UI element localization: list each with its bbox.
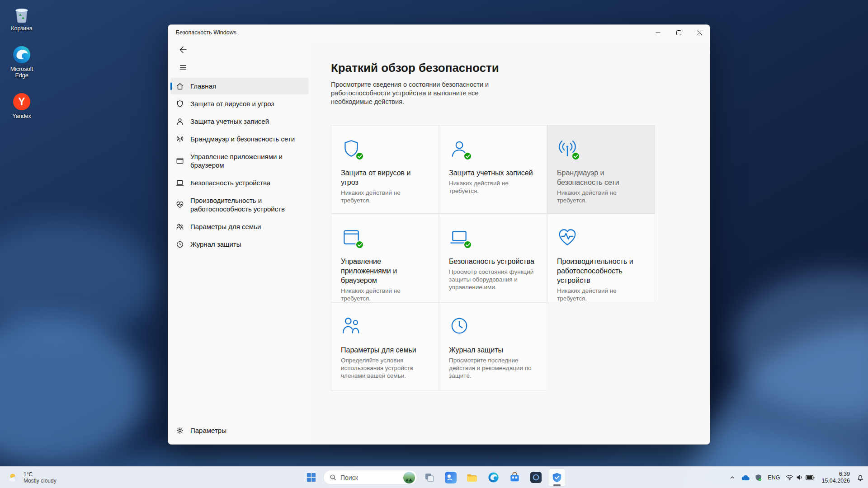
sidebar-item-label: Главная	[190, 82, 216, 90]
tile-protection-history[interactable]: Журнал защиты Просмотрите последние дейс…	[439, 302, 547, 391]
weather-text: 1°C Mostly cloudy	[24, 471, 57, 484]
widgets-button[interactable]	[442, 469, 460, 487]
back-button[interactable]	[175, 43, 191, 56]
sidebar-item-label: Защита от вирусов и угроз	[190, 99, 274, 108]
svg-text:Y: Y	[18, 96, 25, 108]
desktop-icon-label: Корзина	[11, 25, 33, 32]
laptop-check-icon	[449, 227, 470, 248]
desktop-icon-edge[interactable]: Microsoft Edge	[4, 43, 40, 80]
family-icon	[341, 315, 362, 336]
tile-desc: Просмотр состояния функций защиты оборуд…	[449, 268, 538, 291]
sidebar-spacer	[168, 253, 311, 422]
tile-desc: Никаких действий не требуется.	[557, 287, 646, 302]
store-button[interactable]	[505, 469, 524, 487]
clock-widget[interactable]: 6:39 15.04.2026	[817, 471, 854, 484]
tile-title: Параметры для семьи	[341, 345, 429, 355]
home-icon	[176, 82, 184, 90]
task-view-button[interactable]	[420, 469, 439, 487]
start-button[interactable]	[302, 469, 320, 487]
weather-condition: Mostly cloudy	[24, 478, 57, 484]
app-button[interactable]	[527, 469, 545, 487]
desktop-icon-label: Microsoft Edge	[5, 66, 39, 79]
tile-desc: Никаких действий не требуется.	[341, 189, 429, 204]
status-check-icon	[355, 152, 364, 160]
taskbar: 1°C Mostly cloudy Поиск	[0, 466, 868, 488]
network-check-icon	[557, 138, 578, 159]
active-app-indicator	[553, 484, 561, 486]
desktop-icon-label: Yandex	[12, 113, 31, 119]
tile-firewall[interactable]: Брандмауэр и безопасность сети Никаких д…	[547, 125, 655, 214]
tile-title: Защита от вирусов и угроз	[341, 168, 429, 187]
sidebar-item-label: Параметры для семьи	[190, 222, 261, 231]
sidebar-item-label: Защита учетных записей	[190, 117, 269, 126]
window-titlebar[interactable]: Безопасность Windows	[168, 25, 710, 40]
sidebar-item-app-browser-control[interactable]: Управление приложениями и браузером	[170, 148, 309, 174]
search-daily-image[interactable]	[403, 472, 415, 483]
status-check-icon	[355, 240, 364, 249]
sidebar-item-label: Безопасность устройства	[190, 178, 270, 187]
sidebar-item-account-protection[interactable]: Защита учетных записей	[170, 113, 309, 130]
shield-icon	[176, 100, 184, 108]
battery-icon	[806, 475, 815, 480]
edge-button[interactable]	[484, 469, 502, 487]
windows-security-button[interactable]	[548, 469, 566, 487]
system-tray: ENG 6:39 15.04.2026	[726, 467, 866, 488]
apps-icon	[176, 157, 184, 165]
tile-device-security[interactable]: Безопасность устройства Просмотр состоян…	[439, 214, 547, 302]
page-title: Краткий обзор безопасности	[331, 61, 710, 75]
tray-chevron-up-icon[interactable]	[726, 469, 738, 487]
tile-device-performance[interactable]: Производительность и работоспособность у…	[547, 214, 655, 302]
sidebar-item-label: Брандмауэр и безопасность сети	[190, 135, 295, 143]
windows-security-window: Безопасность Windows	[168, 24, 710, 445]
desktop-icon-yandex[interactable]: Y Yandex	[4, 90, 40, 121]
window-title: Безопасность Windows	[168, 29, 236, 36]
sidebar-item-protection-history[interactable]: Журнал защиты	[170, 236, 309, 253]
search-input[interactable]: Поиск	[323, 470, 417, 485]
person-icon	[176, 117, 184, 126]
close-button[interactable]	[689, 25, 710, 40]
sidebar-nav: Главная Защита от вирусов и угроз Защита…	[168, 78, 311, 253]
weather-widget[interactable]: 1°C Mostly cloudy	[5, 469, 60, 487]
sidebar: Главная Защита от вирусов и угроз Защита…	[168, 40, 311, 444]
quick-settings[interactable]	[783, 469, 817, 487]
search-icon	[330, 474, 336, 481]
sidebar-item-device-security[interactable]: Безопасность устройства	[170, 174, 309, 191]
tray-cloud-icon[interactable]	[739, 469, 752, 487]
tile-title: Безопасность устройства	[449, 257, 538, 266]
language-indicator[interactable]: ENG	[764, 469, 783, 487]
desktop-icon-recycle-bin[interactable]: Корзина	[4, 4, 40, 33]
search-placeholder: Поиск	[340, 474, 399, 481]
sidebar-item-firewall[interactable]: Брандмауэр и безопасность сети	[170, 131, 309, 147]
sidebar-item-device-performance[interactable]: Производительность и работоспособность у…	[170, 192, 309, 217]
page-subtitle: Просмотрите сведения о состоянии безопас…	[331, 80, 512, 106]
menu-button[interactable]	[175, 61, 191, 74]
wifi-icon	[786, 474, 793, 480]
tile-family-options[interactable]: Параметры для семьи Определяйте условия …	[331, 302, 439, 391]
window-body: Главная Защита от вирусов и угроз Защита…	[168, 40, 710, 444]
status-check-icon	[463, 152, 472, 160]
status-check-icon	[571, 152, 580, 160]
tile-title: Журнал защиты	[449, 345, 538, 355]
sidebar-item-home[interactable]: Главная	[170, 78, 309, 94]
tile-app-browser-control[interactable]: Управление приложениями и браузером Ника…	[331, 214, 439, 302]
tile-title: Брандмауэр и безопасность сети	[557, 168, 646, 187]
history-clock-icon	[449, 315, 470, 336]
tray-date: 15.04.2026	[821, 478, 850, 484]
tile-virus-protection[interactable]: Защита от вирусов и угроз Никаких действ…	[331, 125, 439, 214]
sidebar-item-virus-protection[interactable]: Защита от вирусов и угроз	[170, 95, 309, 112]
selection-indicator	[170, 82, 172, 90]
file-explorer-button[interactable]	[463, 469, 481, 487]
notification-bell-icon[interactable]	[854, 469, 866, 487]
tile-title: Управление приложениями и браузером	[341, 257, 429, 285]
weather-icon	[8, 472, 20, 483]
tile-account-protection[interactable]: Защита учетных записей Никаких действий …	[439, 125, 547, 214]
tile-title: Производительность и работоспособность у…	[557, 257, 646, 285]
tray-time: 6:39	[839, 471, 850, 478]
settings-button[interactable]: Параметры	[170, 422, 309, 439]
tray-shield-icon[interactable]	[752, 469, 764, 487]
maximize-button[interactable]	[668, 25, 689, 40]
yandex-icon: Y	[12, 92, 31, 111]
minimize-button[interactable]	[647, 25, 668, 40]
sidebar-item-family-options[interactable]: Параметры для семьи	[170, 218, 309, 235]
heart-pulse-icon	[557, 227, 578, 248]
